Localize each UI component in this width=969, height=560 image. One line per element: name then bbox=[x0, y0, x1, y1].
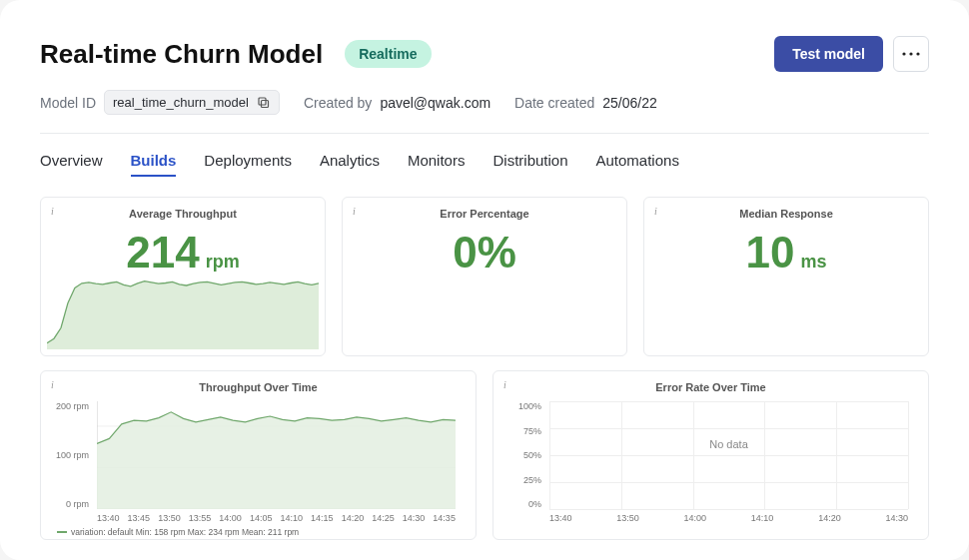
realtime-badge: Realtime bbox=[345, 40, 431, 68]
y-tick: 25% bbox=[505, 475, 541, 485]
date-created-value: 25/06/22 bbox=[602, 95, 657, 111]
test-model-button[interactable]: Test model bbox=[774, 36, 883, 72]
x-tick: 13:50 bbox=[616, 513, 639, 523]
x-tick: 14:15 bbox=[311, 513, 334, 523]
divider bbox=[40, 133, 929, 134]
created-by-label: Created by bbox=[304, 95, 372, 111]
card-title-median-resp: Median Response bbox=[656, 208, 916, 220]
card-throughput-over-time: i Throughput Over Time 200 rpm100 rpm0 r… bbox=[40, 370, 477, 540]
card-error-rate-over-time: i Error Rate Over Time 100%75%50%25%0% N… bbox=[492, 370, 929, 540]
model-id-value: real_time_churn_model bbox=[113, 95, 249, 110]
x-tick: 14:20 bbox=[342, 513, 365, 523]
info-icon[interactable]: i bbox=[654, 206, 657, 217]
info-icon[interactable]: i bbox=[51, 379, 54, 390]
tab-automations[interactable]: Automations bbox=[596, 146, 679, 177]
more-actions-button[interactable] bbox=[893, 36, 929, 72]
info-icon[interactable]: i bbox=[503, 379, 506, 390]
model-id-pill: real_time_churn_model bbox=[104, 90, 280, 115]
y-tick: 200 rpm bbox=[53, 401, 89, 411]
card-title-error-pct: Error Percentage bbox=[355, 208, 614, 220]
tab-builds[interactable]: Builds bbox=[131, 146, 177, 177]
card-title-throughput: Average Throughput bbox=[53, 208, 313, 220]
throughput-legend: variation: default Min: 158 rpm Max: 234… bbox=[57, 527, 464, 537]
card-median-response: i Median Response 10 ms bbox=[643, 197, 929, 356]
info-icon[interactable]: i bbox=[353, 206, 356, 217]
y-tick: 100 rpm bbox=[53, 450, 89, 460]
chart-title-error-rate: Error Rate Over Time bbox=[505, 381, 916, 393]
y-tick: 100% bbox=[505, 401, 541, 411]
x-tick: 14:00 bbox=[684, 513, 707, 523]
x-tick: 14:10 bbox=[280, 513, 303, 523]
x-tick: 13:40 bbox=[549, 513, 572, 523]
error-pct-value: 0% bbox=[453, 228, 516, 278]
x-tick: 13:40 bbox=[97, 513, 120, 523]
card-avg-throughput: i Average Throughput 214 rpm bbox=[40, 197, 326, 356]
page-title: Real-time Churn Model bbox=[40, 39, 323, 70]
x-tick: 13:55 bbox=[189, 513, 212, 523]
no-data-label: No data bbox=[709, 438, 748, 450]
info-icon[interactable]: i bbox=[51, 206, 54, 217]
y-tick: 75% bbox=[505, 426, 541, 436]
error-rate-chart: 100%75%50%25%0% No data bbox=[549, 401, 908, 509]
throughput-sparkline bbox=[47, 270, 319, 349]
chart-title-throughput: Throughput Over Time bbox=[53, 381, 464, 393]
tab-monitors[interactable]: Monitors bbox=[408, 146, 466, 177]
card-error-pct: i Error Percentage 0% bbox=[342, 197, 627, 356]
x-tick: 14:20 bbox=[818, 513, 841, 523]
tab-deployments[interactable]: Deployments bbox=[204, 146, 292, 177]
svg-point-2 bbox=[916, 52, 919, 55]
x-tick: 14:05 bbox=[250, 513, 273, 523]
x-tick: 14:30 bbox=[403, 513, 426, 523]
y-tick: 50% bbox=[505, 450, 541, 460]
svg-rect-4 bbox=[259, 98, 266, 105]
svg-point-0 bbox=[902, 52, 905, 55]
x-tick: 14:35 bbox=[433, 513, 456, 523]
model-id-label: Model ID bbox=[40, 95, 96, 111]
copy-icon[interactable] bbox=[257, 96, 271, 110]
y-tick: 0% bbox=[505, 499, 541, 509]
throughput-chart: 200 rpm100 rpm0 rpm bbox=[97, 401, 456, 509]
date-created-label: Date created bbox=[514, 95, 594, 111]
svg-rect-3 bbox=[261, 100, 268, 107]
x-tick: 14:30 bbox=[885, 513, 908, 523]
x-tick: 14:25 bbox=[372, 513, 395, 523]
legend-swatch-icon bbox=[57, 531, 67, 533]
tab-distribution[interactable]: Distribution bbox=[492, 146, 567, 177]
x-tick: 13:45 bbox=[128, 513, 151, 523]
median-resp-unit: ms bbox=[800, 252, 826, 273]
tab-analytics[interactable]: Analytics bbox=[320, 146, 380, 177]
created-by-value: pavel@qwak.com bbox=[380, 95, 490, 111]
x-tick: 13:50 bbox=[158, 513, 181, 523]
svg-point-1 bbox=[909, 52, 912, 55]
y-tick: 0 rpm bbox=[53, 499, 89, 509]
x-tick: 14:00 bbox=[219, 513, 242, 523]
tab-overview[interactable]: Overview bbox=[40, 146, 103, 177]
median-resp-value: 10 bbox=[746, 228, 795, 278]
x-tick: 14:10 bbox=[751, 513, 774, 523]
dots-icon bbox=[902, 52, 920, 56]
